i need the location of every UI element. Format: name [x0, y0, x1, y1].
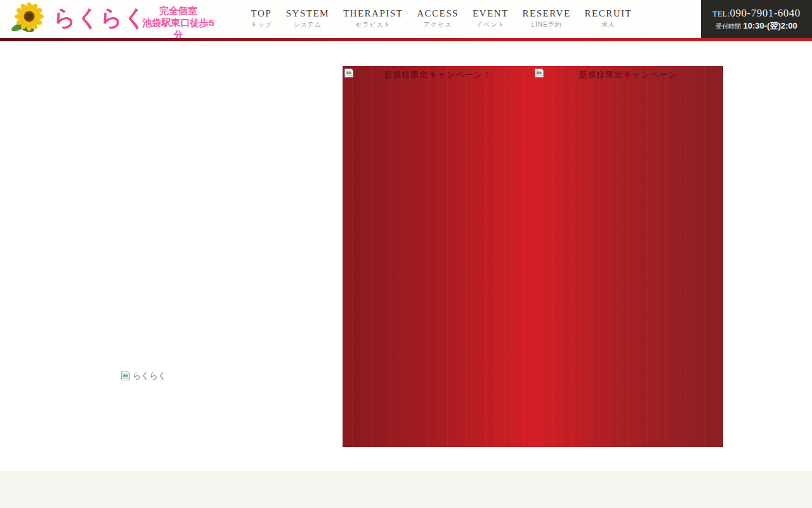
tagline-line2: 池袋駅東口徒歩5分 — [138, 17, 218, 41]
broken-image-icon — [121, 371, 131, 381]
nav-sublabel: トップ — [251, 21, 272, 28]
nav-item-reserve[interactable]: RESERVE LINE予約 — [516, 0, 578, 28]
footer — [0, 471, 812, 508]
nav-label: THERAPIST — [343, 8, 403, 18]
main-nav: TOP トップ SYSTEM システム THERAPIST セラピスト ACCE… — [244, 0, 639, 38]
campaign-banners: 新規様限定キャンペーン！ 新規様限定キャンペーン — [343, 66, 723, 447]
nav-item-therapist[interactable]: THERAPIST セラピスト — [336, 0, 410, 28]
nav-sublabel: LINE予約 — [523, 21, 571, 28]
reception-hours: 受付時間 10:30-(翌)2:00 — [716, 21, 797, 32]
tel-box: TEL:090-7901-6040 受付時間 10:30-(翌)2:00 — [701, 0, 812, 38]
nav-item-system[interactable]: SYSTEM システム — [279, 0, 336, 28]
nav-label: TOP — [251, 8, 272, 18]
page: らくらく 完全個室 池袋駅東口徒歩5分 TOP トップ SYSTEM システム … — [0, 0, 812, 508]
nav-item-access[interactable]: ACCESS アクセス — [410, 0, 466, 28]
sunflower-logo-icon[interactable] — [10, 3, 46, 34]
campaign-banner-alt: 新規様限定キャンペーン！ — [343, 69, 533, 81]
site-logo[interactable]: らくらく — [53, 4, 147, 31]
broken-image-alt: らくらく — [133, 370, 166, 382]
hours-label: 受付時間 — [716, 23, 741, 30]
nav-item-recruit[interactable]: RECRUIT 求人 — [578, 0, 639, 28]
main-content: らくらく 新規様限定キャンペーン！ — [0, 41, 812, 471]
nav-label: ACCESS — [417, 8, 459, 18]
nav-item-event[interactable]: EVENT イベント — [466, 0, 516, 28]
campaign-banner-2: 新規様限定キャンペーン — [533, 66, 723, 447]
nav-label: EVENT — [473, 8, 509, 18]
nav-item-top[interactable]: TOP トップ — [244, 0, 279, 28]
nav-label: RESERVE — [523, 8, 571, 18]
tagline: 完全個室 池袋駅東口徒歩5分 — [138, 4, 218, 41]
nav-sublabel: イベント — [473, 21, 509, 28]
site-header: らくらく 完全個室 池袋駅東口徒歩5分 TOP トップ SYSTEM システム … — [0, 0, 812, 38]
nav-label: RECRUIT — [585, 8, 632, 18]
campaign-banner-1: 新規様限定キャンペーン！ — [343, 66, 533, 447]
tagline-line1: 完全個室 — [138, 4, 218, 17]
nav-sublabel: システム — [286, 21, 329, 28]
nav-label: SYSTEM — [286, 8, 329, 18]
nav-sublabel: アクセス — [417, 21, 459, 28]
nav-sublabel: セラピスト — [343, 21, 403, 28]
nav-sublabel: 求人 — [585, 21, 632, 28]
tel-number: TEL:090-7901-6040 — [712, 7, 801, 20]
tel-digits: 090-7901-6040 — [730, 7, 801, 19]
tel-prefix: TEL: — [712, 10, 730, 18]
campaign-banner-alt: 新規様限定キャンペーン — [533, 69, 723, 81]
hours-time: 10:30-(翌)2:00 — [743, 21, 797, 30]
broken-image-placeholder: らくらく — [121, 370, 166, 382]
